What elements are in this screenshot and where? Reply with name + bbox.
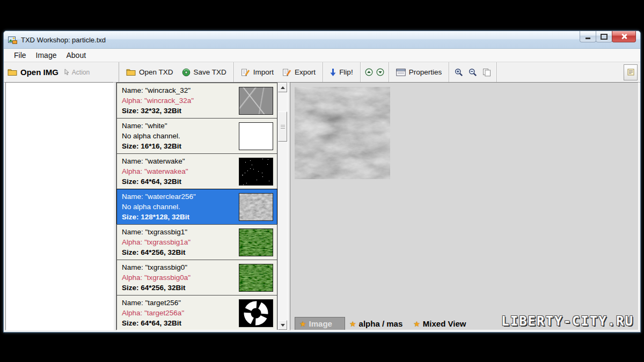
- texture-thumbnail: [239, 122, 273, 150]
- texture-list-item[interactable]: Name: "wincrack_32"Alpha: "wincrack_32a"…: [116, 83, 277, 119]
- toolbar-spacer: [497, 62, 624, 82]
- texture-list: Name: "wincrack_32"Alpha: "wincrack_32a"…: [116, 83, 277, 330]
- scrollbar-track[interactable]: [278, 92, 287, 320]
- zoom-out-button[interactable]: [466, 67, 480, 78]
- move-down-button[interactable]: [375, 67, 386, 78]
- export-label: Export: [295, 68, 316, 76]
- panel-toggle-button[interactable]: [624, 64, 638, 80]
- arrow-up-icon: [281, 86, 285, 89]
- open-folder-icon: [126, 68, 136, 76]
- texture-thumbnail: [239, 264, 273, 292]
- scrollbar-ridge: [281, 128, 285, 129]
- preview-tab-label: Mixed View: [423, 319, 466, 328]
- texture-size: Size: 32*32, 32Bit: [122, 106, 194, 116]
- texture-name: Name: "wincrack_32": [122, 85, 194, 95]
- toolbar: Open IMG Action Open TXD Save TX: [4, 62, 640, 83]
- texture-list-item[interactable]: Name: "white"No alpha channel.Size: 16*1…: [116, 118, 277, 154]
- flip-button[interactable]: Flip!: [326, 67, 357, 78]
- flip-label: Flip!: [339, 68, 353, 76]
- preview-tab-alpha-mas[interactable]: ★alpha / mas: [345, 317, 409, 330]
- open-txd-label: Open TXD: [139, 68, 173, 76]
- save-txd-label: Save TXD: [194, 68, 226, 76]
- toolbar-group-zoom: [449, 62, 497, 82]
- texture-thumbnail: [239, 299, 273, 327]
- minimize-icon: [586, 38, 590, 39]
- toolbar-group-reorder: [361, 62, 389, 82]
- action-label: Action: [72, 69, 90, 76]
- export-icon: [282, 68, 291, 77]
- star-icon: ★: [299, 320, 306, 328]
- maximize-button[interactable]: [596, 31, 612, 42]
- texture-list-item[interactable]: Name: "waterwake"Alpha: "waterwakea"Size…: [116, 153, 277, 189]
- star-icon: ★: [413, 320, 420, 328]
- properties-icon: [396, 69, 406, 76]
- title-bar[interactable]: TXD Workshop: particle.txd: [4, 31, 640, 49]
- list-card-icon: [627, 69, 634, 76]
- close-button[interactable]: [612, 31, 636, 42]
- toolbar-group-transfer: Import Export: [234, 62, 323, 82]
- texture-item-text: Name: "target256"Alpha: "target256a"Size…: [122, 298, 184, 328]
- menu-file[interactable]: File: [9, 50, 31, 61]
- toolbar-group-properties: Properties: [389, 62, 450, 82]
- texture-list-scrollbar[interactable]: [277, 83, 287, 330]
- main-content: Name: "wincrack_32"Alpha: "wincrack_32a"…: [5, 82, 639, 330]
- img-file-list[interactable]: [5, 82, 114, 330]
- import-button[interactable]: Import: [237, 67, 278, 78]
- menu-about[interactable]: About: [61, 50, 91, 61]
- menu-bar: File Image About: [4, 49, 640, 62]
- texture-list-item[interactable]: Name: "txgrassbig0"Alpha: "txgrassbig0a"…: [116, 260, 277, 295]
- scrollbar-up-button[interactable]: [278, 83, 287, 92]
- zoom-in-button[interactable]: [452, 67, 466, 78]
- texture-thumbnail: [239, 158, 273, 186]
- texture-list-item[interactable]: Name: "txgrassbig1"Alpha: "txgrassbig1a"…: [116, 224, 277, 260]
- texture-size: Size: 64*256, 32Bit: [122, 247, 191, 257]
- properties-button[interactable]: Properties: [392, 67, 447, 78]
- open-img-button[interactable]: Open IMG: [20, 68, 58, 77]
- move-up-button[interactable]: [363, 67, 375, 78]
- texture-alpha: Alpha: "txgrassbig1a": [122, 237, 191, 247]
- preview-tab-image[interactable]: ★Image: [295, 317, 345, 330]
- app-icon[interactable]: [8, 36, 17, 44]
- texture-alpha: No alpha channel.: [122, 202, 196, 212]
- texture-alpha: Alpha: "waterwakea": [122, 166, 188, 176]
- scrollbar-thumb[interactable]: [278, 112, 287, 142]
- duplicate-button[interactable]: [480, 67, 494, 78]
- texture-name: Name: "white": [122, 121, 181, 131]
- texture-thumbnail: [239, 87, 273, 115]
- texture-thumbnail: [239, 193, 273, 221]
- watermark: LIBERTY-CITY.RU: [501, 314, 634, 329]
- scrollbar-down-button[interactable]: [278, 320, 287, 330]
- toolbar-group-file: Open TXD Save TXD: [119, 62, 234, 82]
- save-txd-button[interactable]: Save TXD: [178, 67, 231, 78]
- zoom-in-icon: [455, 68, 463, 77]
- preview-tabs: ★Image★alpha / mas★Mixed View: [295, 317, 472, 330]
- texture-item-text: Name: "txgrassbig0"Alpha: "txgrassbig0a"…: [122, 262, 191, 293]
- save-disk-icon: [182, 68, 191, 77]
- export-button[interactable]: Export: [278, 67, 320, 78]
- texture-name: Name: "target256": [122, 298, 184, 308]
- copy-pages-icon: [482, 68, 491, 77]
- window-controls: [580, 31, 636, 42]
- texture-size: Size: 64*64, 32Bit: [122, 176, 188, 187]
- texture-list-item[interactable]: Name: "waterclear256"No alpha channel.Si…: [116, 189, 277, 225]
- minimize-button[interactable]: [580, 31, 596, 42]
- texture-size: Size: 16*16, 32Bit: [122, 141, 181, 151]
- texture-item-text: Name: "waterclear256"No alpha channel.Si…: [122, 191, 196, 222]
- open-txd-button[interactable]: Open TXD: [122, 67, 178, 78]
- scrollbar-ridge: [281, 125, 285, 125]
- texture-name: Name: "waterwake": [122, 156, 188, 166]
- maximize-icon: [601, 34, 608, 40]
- texture-list-item[interactable]: Name: "target256"Alpha: "target256a"Size…: [116, 295, 277, 330]
- zoom-out-icon: [469, 68, 477, 77]
- menu-image[interactable]: Image: [31, 50, 62, 61]
- texture-size: Size: 64*256, 32Bit: [122, 283, 191, 293]
- preview-tab-mixed-view[interactable]: ★Mixed View: [409, 317, 472, 330]
- texture-name: Name: "txgrassbig1": [122, 227, 191, 237]
- window-title: TXD Workshop: particle.txd: [21, 36, 106, 44]
- texture-alpha: No alpha channel.: [122, 131, 181, 141]
- close-icon: [621, 33, 627, 40]
- texture-list-wrap: Name: "wincrack_32"Alpha: "wincrack_32a"…: [116, 82, 288, 330]
- folder-icon: [8, 68, 17, 76]
- texture-alpha: Alpha: "wincrack_32a": [122, 95, 194, 106]
- texture-size: Size: 128*128, 32Bit: [122, 212, 196, 222]
